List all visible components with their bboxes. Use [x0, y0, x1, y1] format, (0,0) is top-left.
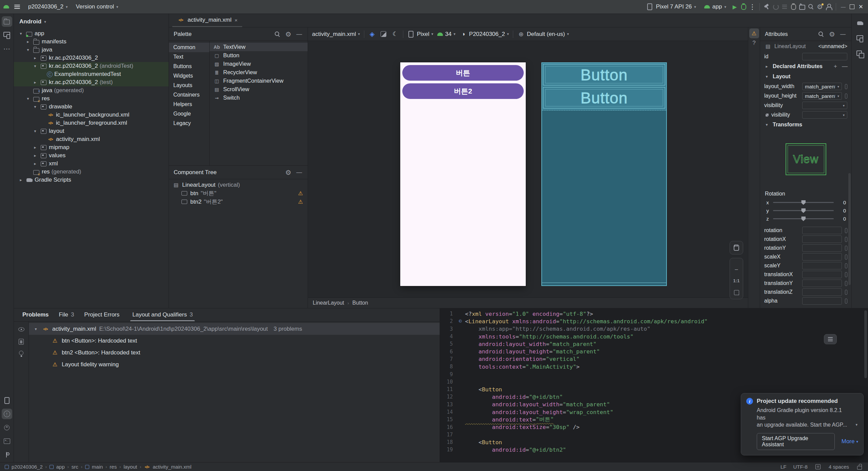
palette-item[interactable]: ≣ RecyclerView: [210, 68, 308, 77]
problem-file-row[interactable]: activity_main.xml E:\School\24-1\Android…: [29, 323, 440, 335]
palette-category[interactable]: Widgets: [169, 71, 209, 81]
palette-category[interactable]: Legacy: [169, 119, 209, 128]
zoom-to-fit-button[interactable]: [733, 289, 740, 296]
code-line[interactable]: 3 xmlns:app="http://schemas.android.com/…: [440, 325, 868, 333]
expand-chevron-icon[interactable]: [25, 96, 31, 101]
tree-row[interactable]: manifests: [14, 38, 169, 46]
run-config-selector[interactable]: app: [701, 2, 730, 12]
tool-app-quality-insights[interactable]: [2, 422, 12, 433]
component-tree-settings-icon[interactable]: [285, 169, 292, 176]
expand-chevron-icon[interactable]: [855, 422, 857, 427]
code-line[interactable]: 7 android:orientation="vertical": [440, 355, 868, 363]
attributes-minimize-icon[interactable]: —: [839, 30, 847, 38]
problems-tab[interactable]: Layout and Qualifiers 3: [132, 308, 193, 321]
palette-item[interactable]: ◫ FragmentContainerView: [210, 77, 308, 85]
tree-row[interactable]: ExampleInstrumentedTest: [14, 70, 169, 78]
palette-search-icon[interactable]: [274, 30, 281, 38]
preview-button-btn2[interactable]: 버튼2: [402, 83, 524, 99]
tool-problems[interactable]: [2, 409, 12, 419]
expand-chevron-icon[interactable]: [32, 145, 38, 150]
vcs-selector[interactable]: Version control: [73, 2, 122, 12]
theme-menu[interactable]: P20240306_2: [460, 30, 509, 38]
resource-picker-handle[interactable]: [845, 254, 847, 260]
attribute-value-input[interactable]: [802, 271, 842, 278]
warning-icon[interactable]: [297, 198, 304, 206]
resource-picker-handle[interactable]: [845, 94, 847, 99]
tree-row[interactable]: Gradle Scripts: [14, 176, 169, 184]
locale-menu[interactable]: Default (en-us): [517, 30, 569, 38]
component-tree-row[interactable]: btn "버튼": [169, 189, 308, 198]
slider-thumb[interactable]: [801, 200, 806, 205]
problem-row[interactable]: Layout fidelity warning: [29, 359, 440, 370]
resource-picker-handle[interactable]: [845, 299, 847, 304]
palette-category[interactable]: Layouts: [169, 81, 209, 90]
problem-row[interactable]: btn <Button>: Hardcoded text: [29, 335, 440, 347]
id-input[interactable]: [802, 53, 847, 60]
tree-row[interactable]: kr.ac.p20240306_2 (androidTest): [14, 62, 169, 70]
declared-attributes-section[interactable]: Declared Attributes +—: [760, 61, 851, 71]
tab-activity-main-xml[interactable]: activity_main.xml ×: [172, 14, 242, 27]
indent-widget[interactable]: 4 spaces: [829, 464, 849, 470]
palette-item[interactable]: ⊸ Switch: [210, 94, 308, 102]
preview-button-btn[interactable]: 버튼: [402, 65, 524, 81]
expand-chevron-icon[interactable]: [764, 64, 770, 69]
problems-title[interactable]: Problems: [22, 311, 49, 318]
expand-chevron-icon[interactable]: [32, 56, 38, 60]
layout-section[interactable]: Layout: [760, 71, 851, 82]
device-menu[interactable]: Pixel: [407, 30, 433, 38]
search-everywhere-icon[interactable]: [807, 3, 815, 11]
quick-fix-icon[interactable]: [18, 350, 25, 357]
editor-options-button[interactable]: [824, 334, 837, 344]
resource-picker-handle[interactable]: [845, 84, 847, 89]
attribute-value-input[interactable]: [802, 280, 842, 287]
breadcrumb-linearlayout[interactable]: LinearLayout: [313, 300, 344, 306]
attribute-value-input[interactable]: [802, 244, 842, 252]
agp-upgrade-button[interactable]: Start AGP Upgrade Assistant: [757, 433, 835, 450]
logcat-icon[interactable]: [798, 3, 806, 11]
tree-row[interactable]: res: [14, 95, 169, 103]
tree-row[interactable]: activity_main.xml: [14, 135, 169, 143]
breadcrumb-item[interactable]: p20240306_2: [5, 464, 47, 470]
tree-row[interactable]: drawable: [14, 103, 169, 111]
component-tree-row[interactable]: LinearLayout (vertical): [169, 181, 308, 189]
warning-icon[interactable]: [297, 190, 304, 197]
breadcrumb-item[interactable]: app: [50, 464, 69, 470]
tree-row[interactable]: values: [14, 151, 169, 160]
tool-version-control[interactable]: [2, 449, 12, 460]
breadcrumb-item[interactable]: src: [72, 464, 82, 470]
tree-row[interactable]: mipmap: [14, 143, 169, 151]
breadcrumb-item[interactable]: res: [110, 464, 121, 470]
account-icon[interactable]: [825, 3, 832, 11]
transforms-section[interactable]: Transforms: [760, 120, 851, 130]
tree-row[interactable]: layout: [14, 127, 169, 135]
expand-chevron-icon[interactable]: [764, 122, 770, 127]
close-tab-icon[interactable]: ×: [234, 17, 237, 23]
palette-category[interactable]: Google: [169, 109, 209, 119]
debug-button[interactable]: [740, 3, 747, 11]
pan-button[interactable]: [730, 241, 743, 254]
rotation-slider[interactable]: [773, 202, 834, 203]
palette-item[interactable]: ▢ Button: [210, 51, 308, 60]
settings-icon[interactable]: [816, 3, 824, 11]
attribute-value-input[interactable]: [802, 253, 842, 261]
code-line[interactable]: 1<?xml version="1.0" encoding="utf-8"?>: [440, 310, 868, 318]
build-button[interactable]: [763, 3, 771, 11]
breadcrumb-button[interactable]: Button: [352, 300, 368, 306]
remove-attribute-icon[interactable]: —: [842, 63, 848, 70]
attributes-search-icon[interactable]: [817, 30, 825, 38]
tool-terminal[interactable]: [2, 436, 12, 446]
running-devices[interactable]: [855, 33, 865, 44]
blueprint-button-btn2[interactable]: Button: [543, 87, 665, 108]
indent-icon[interactable]: [814, 463, 822, 471]
breadcrumb-item[interactable]: layout: [123, 464, 141, 470]
code-line[interactable]: 2©<LinearLayout xmlns:android="http://sc…: [440, 318, 868, 325]
resource-picker-handle[interactable]: [845, 281, 847, 286]
resource-picker-handle[interactable]: [845, 263, 847, 268]
attach-debugger-icon[interactable]: [790, 3, 797, 11]
component-tree-minimize-icon[interactable]: —: [295, 169, 303, 176]
attribute-value-combo[interactable]: match_parent: [802, 83, 842, 90]
expand-chevron-icon[interactable]: [32, 64, 38, 68]
attribute-value-input[interactable]: [802, 262, 842, 269]
tool-project[interactable]: [2, 16, 12, 27]
design-mode-icon[interactable]: [368, 30, 376, 38]
